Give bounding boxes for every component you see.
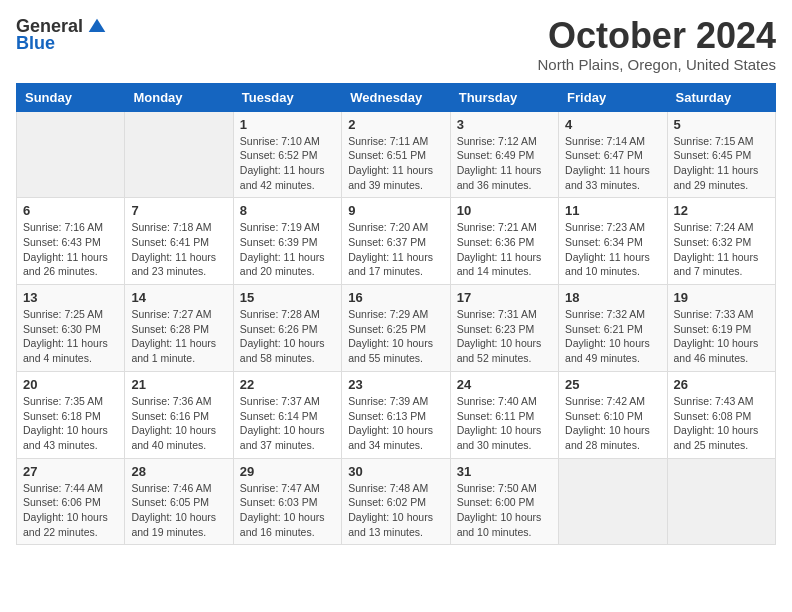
title-section: October 2024 North Plains, Oregon, Unite… xyxy=(538,16,776,73)
day-number: 14 xyxy=(131,290,226,305)
day-number: 1 xyxy=(240,117,335,132)
day-number: 7 xyxy=(131,203,226,218)
location-text: North Plains, Oregon, United States xyxy=(538,56,776,73)
logo-blue-text: Blue xyxy=(16,33,55,54)
calendar-cell: 10Sunrise: 7:21 AM Sunset: 6:36 PM Dayli… xyxy=(450,198,558,285)
day-number: 28 xyxy=(131,464,226,479)
day-info: Sunrise: 7:43 AM Sunset: 6:08 PM Dayligh… xyxy=(674,394,769,453)
calendar-cell: 11Sunrise: 7:23 AM Sunset: 6:34 PM Dayli… xyxy=(559,198,667,285)
day-number: 17 xyxy=(457,290,552,305)
calendar-cell: 26Sunrise: 7:43 AM Sunset: 6:08 PM Dayli… xyxy=(667,371,775,458)
day-number: 30 xyxy=(348,464,443,479)
logo: General Blue xyxy=(16,16,107,54)
day-number: 13 xyxy=(23,290,118,305)
calendar-cell: 3Sunrise: 7:12 AM Sunset: 6:49 PM Daylig… xyxy=(450,111,558,198)
day-info: Sunrise: 7:21 AM Sunset: 6:36 PM Dayligh… xyxy=(457,220,552,279)
logo-icon xyxy=(87,17,107,37)
weekday-header-tuesday: Tuesday xyxy=(233,83,341,111)
day-info: Sunrise: 7:29 AM Sunset: 6:25 PM Dayligh… xyxy=(348,307,443,366)
calendar-cell: 23Sunrise: 7:39 AM Sunset: 6:13 PM Dayli… xyxy=(342,371,450,458)
day-number: 24 xyxy=(457,377,552,392)
day-number: 18 xyxy=(565,290,660,305)
day-number: 12 xyxy=(674,203,769,218)
day-info: Sunrise: 7:20 AM Sunset: 6:37 PM Dayligh… xyxy=(348,220,443,279)
week-row-5: 27Sunrise: 7:44 AM Sunset: 6:06 PM Dayli… xyxy=(17,458,776,545)
day-info: Sunrise: 7:39 AM Sunset: 6:13 PM Dayligh… xyxy=(348,394,443,453)
calendar-cell: 15Sunrise: 7:28 AM Sunset: 6:26 PM Dayli… xyxy=(233,285,341,372)
calendar-cell: 16Sunrise: 7:29 AM Sunset: 6:25 PM Dayli… xyxy=(342,285,450,372)
day-info: Sunrise: 7:27 AM Sunset: 6:28 PM Dayligh… xyxy=(131,307,226,366)
day-info: Sunrise: 7:36 AM Sunset: 6:16 PM Dayligh… xyxy=(131,394,226,453)
day-info: Sunrise: 7:10 AM Sunset: 6:52 PM Dayligh… xyxy=(240,134,335,193)
day-info: Sunrise: 7:25 AM Sunset: 6:30 PM Dayligh… xyxy=(23,307,118,366)
day-number: 22 xyxy=(240,377,335,392)
calendar-cell: 13Sunrise: 7:25 AM Sunset: 6:30 PM Dayli… xyxy=(17,285,125,372)
calendar-cell xyxy=(667,458,775,545)
calendar-cell: 22Sunrise: 7:37 AM Sunset: 6:14 PM Dayli… xyxy=(233,371,341,458)
calendar-cell: 17Sunrise: 7:31 AM Sunset: 6:23 PM Dayli… xyxy=(450,285,558,372)
calendar-cell: 8Sunrise: 7:19 AM Sunset: 6:39 PM Daylig… xyxy=(233,198,341,285)
svg-marker-0 xyxy=(89,18,106,31)
weekday-header-saturday: Saturday xyxy=(667,83,775,111)
weekday-header-row: SundayMondayTuesdayWednesdayThursdayFrid… xyxy=(17,83,776,111)
day-number: 8 xyxy=(240,203,335,218)
weekday-header-monday: Monday xyxy=(125,83,233,111)
week-row-2: 6Sunrise: 7:16 AM Sunset: 6:43 PM Daylig… xyxy=(17,198,776,285)
day-number: 3 xyxy=(457,117,552,132)
day-info: Sunrise: 7:16 AM Sunset: 6:43 PM Dayligh… xyxy=(23,220,118,279)
day-info: Sunrise: 7:48 AM Sunset: 6:02 PM Dayligh… xyxy=(348,481,443,540)
weekday-header-friday: Friday xyxy=(559,83,667,111)
calendar-cell xyxy=(559,458,667,545)
day-number: 20 xyxy=(23,377,118,392)
calendar-cell: 2Sunrise: 7:11 AM Sunset: 6:51 PM Daylig… xyxy=(342,111,450,198)
day-number: 29 xyxy=(240,464,335,479)
calendar-cell: 29Sunrise: 7:47 AM Sunset: 6:03 PM Dayli… xyxy=(233,458,341,545)
day-number: 31 xyxy=(457,464,552,479)
day-info: Sunrise: 7:28 AM Sunset: 6:26 PM Dayligh… xyxy=(240,307,335,366)
day-number: 26 xyxy=(674,377,769,392)
calendar-cell: 6Sunrise: 7:16 AM Sunset: 6:43 PM Daylig… xyxy=(17,198,125,285)
calendar-cell xyxy=(17,111,125,198)
week-row-1: 1Sunrise: 7:10 AM Sunset: 6:52 PM Daylig… xyxy=(17,111,776,198)
day-number: 15 xyxy=(240,290,335,305)
calendar-cell: 21Sunrise: 7:36 AM Sunset: 6:16 PM Dayli… xyxy=(125,371,233,458)
calendar-cell: 7Sunrise: 7:18 AM Sunset: 6:41 PM Daylig… xyxy=(125,198,233,285)
weekday-header-sunday: Sunday xyxy=(17,83,125,111)
calendar-cell: 9Sunrise: 7:20 AM Sunset: 6:37 PM Daylig… xyxy=(342,198,450,285)
day-info: Sunrise: 7:14 AM Sunset: 6:47 PM Dayligh… xyxy=(565,134,660,193)
page-header: General Blue October 2024 North Plains, … xyxy=(16,16,776,73)
day-info: Sunrise: 7:15 AM Sunset: 6:45 PM Dayligh… xyxy=(674,134,769,193)
calendar-cell: 14Sunrise: 7:27 AM Sunset: 6:28 PM Dayli… xyxy=(125,285,233,372)
day-info: Sunrise: 7:42 AM Sunset: 6:10 PM Dayligh… xyxy=(565,394,660,453)
calendar-table: SundayMondayTuesdayWednesdayThursdayFrid… xyxy=(16,83,776,546)
day-number: 9 xyxy=(348,203,443,218)
day-info: Sunrise: 7:44 AM Sunset: 6:06 PM Dayligh… xyxy=(23,481,118,540)
calendar-cell: 30Sunrise: 7:48 AM Sunset: 6:02 PM Dayli… xyxy=(342,458,450,545)
day-info: Sunrise: 7:35 AM Sunset: 6:18 PM Dayligh… xyxy=(23,394,118,453)
week-row-3: 13Sunrise: 7:25 AM Sunset: 6:30 PM Dayli… xyxy=(17,285,776,372)
calendar-cell xyxy=(125,111,233,198)
day-info: Sunrise: 7:31 AM Sunset: 6:23 PM Dayligh… xyxy=(457,307,552,366)
calendar-cell: 28Sunrise: 7:46 AM Sunset: 6:05 PM Dayli… xyxy=(125,458,233,545)
day-info: Sunrise: 7:11 AM Sunset: 6:51 PM Dayligh… xyxy=(348,134,443,193)
calendar-cell: 12Sunrise: 7:24 AM Sunset: 6:32 PM Dayli… xyxy=(667,198,775,285)
calendar-cell: 27Sunrise: 7:44 AM Sunset: 6:06 PM Dayli… xyxy=(17,458,125,545)
calendar-cell: 24Sunrise: 7:40 AM Sunset: 6:11 PM Dayli… xyxy=(450,371,558,458)
day-info: Sunrise: 7:19 AM Sunset: 6:39 PM Dayligh… xyxy=(240,220,335,279)
day-info: Sunrise: 7:33 AM Sunset: 6:19 PM Dayligh… xyxy=(674,307,769,366)
calendar-cell: 20Sunrise: 7:35 AM Sunset: 6:18 PM Dayli… xyxy=(17,371,125,458)
day-number: 21 xyxy=(131,377,226,392)
calendar-cell: 1Sunrise: 7:10 AM Sunset: 6:52 PM Daylig… xyxy=(233,111,341,198)
weekday-header-thursday: Thursday xyxy=(450,83,558,111)
month-title: October 2024 xyxy=(538,16,776,56)
day-number: 4 xyxy=(565,117,660,132)
day-info: Sunrise: 7:40 AM Sunset: 6:11 PM Dayligh… xyxy=(457,394,552,453)
day-number: 23 xyxy=(348,377,443,392)
day-number: 5 xyxy=(674,117,769,132)
day-info: Sunrise: 7:50 AM Sunset: 6:00 PM Dayligh… xyxy=(457,481,552,540)
day-number: 16 xyxy=(348,290,443,305)
calendar-cell: 18Sunrise: 7:32 AM Sunset: 6:21 PM Dayli… xyxy=(559,285,667,372)
calendar-cell: 5Sunrise: 7:15 AM Sunset: 6:45 PM Daylig… xyxy=(667,111,775,198)
day-info: Sunrise: 7:24 AM Sunset: 6:32 PM Dayligh… xyxy=(674,220,769,279)
day-info: Sunrise: 7:18 AM Sunset: 6:41 PM Dayligh… xyxy=(131,220,226,279)
